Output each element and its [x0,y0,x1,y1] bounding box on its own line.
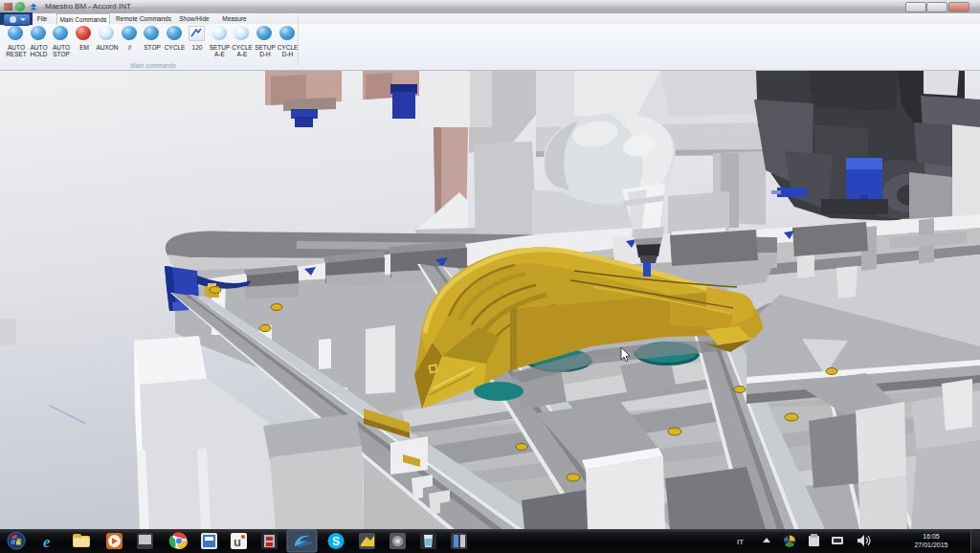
svg-text:u: u [234,535,241,549]
svg-text:e: e [43,533,51,551]
svg-text:S: S [332,535,340,548]
svg-text:IT: IT [737,538,744,546]
